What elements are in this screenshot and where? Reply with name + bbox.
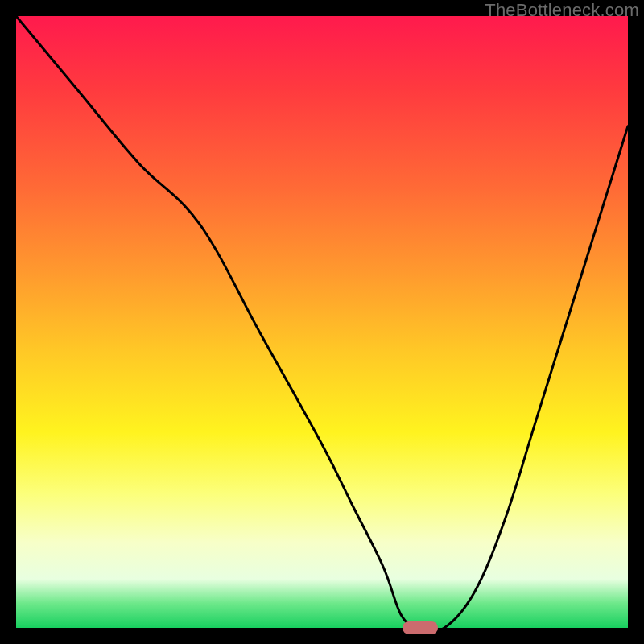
chart-plot-area <box>16 16 628 628</box>
chart-frame: TheBottleneck.com <box>0 0 644 644</box>
optimal-point-marker <box>402 621 438 634</box>
bottleneck-curve <box>16 16 628 628</box>
